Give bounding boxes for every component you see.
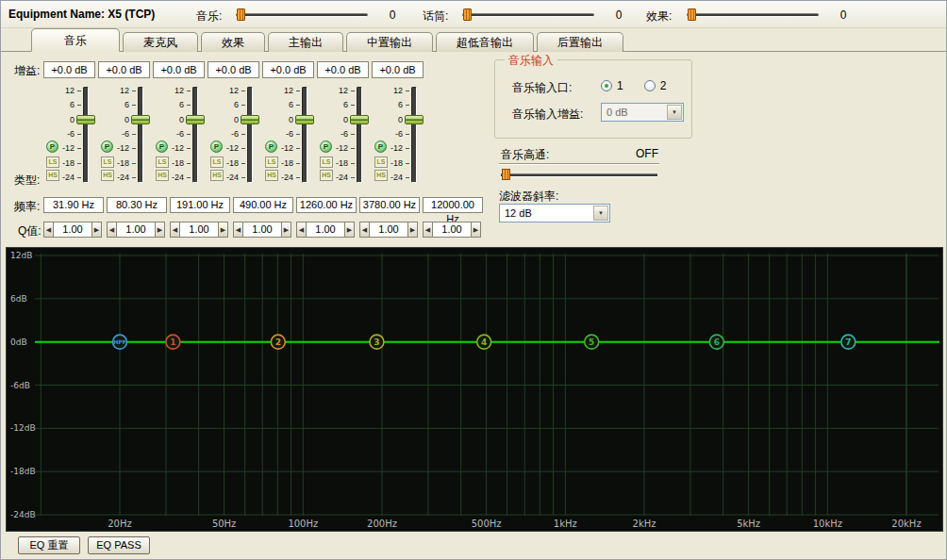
channel-slider-3: 1260-6-12-18-24PLSHS xyxy=(153,84,208,193)
eq-band-4[interactable]: 4 xyxy=(477,335,491,349)
eq-pass-button[interactable]: EQ PASS xyxy=(88,536,150,554)
p-filter-button[interactable]: P xyxy=(265,140,277,153)
q-increase-button[interactable]: ▶ xyxy=(407,222,418,238)
q-decrease-button[interactable]: ◀ xyxy=(170,222,180,238)
dropdown-arrow-icon[interactable]: ▼ xyxy=(667,105,682,120)
p-filter-button[interactable]: P xyxy=(46,140,58,153)
q-increase-button[interactable]: ▶ xyxy=(91,222,102,238)
tab-main-output[interactable]: 主输出 xyxy=(268,32,343,52)
eq-band-HPF[interactable]: HPF xyxy=(113,335,127,349)
tab-music[interactable]: 音乐 xyxy=(31,28,120,52)
top-slider-handle-mic[interactable] xyxy=(463,8,472,21)
hs-filter-button[interactable]: HS xyxy=(320,170,333,181)
eq-band-3[interactable]: 3 xyxy=(370,335,384,349)
eq-band-7[interactable]: 7 xyxy=(841,335,856,349)
tab-microphone[interactable]: 麦克风 xyxy=(123,32,198,52)
slider-handle[interactable] xyxy=(131,115,150,124)
p-filter-button[interactable]: P xyxy=(210,140,223,153)
hs-filter-button[interactable]: HS xyxy=(156,170,169,181)
hs-filter-button[interactable]: HS xyxy=(101,170,114,181)
slider-scale-label: 12 xyxy=(372,86,403,95)
highpass-slider[interactable] xyxy=(501,173,657,177)
eq-graph[interactable]: 12dB6dB0dB-6dB-12dB-18dB-24dB20Hz50Hz100… xyxy=(6,247,943,532)
slider-track[interactable] xyxy=(302,87,307,183)
q-increase-button[interactable]: ▶ xyxy=(281,222,291,238)
highpass-slider-handle[interactable] xyxy=(502,169,510,180)
slider-tick xyxy=(77,163,81,164)
q-decrease-button[interactable]: ◀ xyxy=(296,222,307,238)
slider-tick xyxy=(406,91,409,91)
filter-slope-select[interactable]: 12 dB ▼ xyxy=(499,204,610,222)
input-port-option-2[interactable]: 2 xyxy=(644,79,667,92)
slider-handle[interactable] xyxy=(76,115,95,124)
slider-track[interactable] xyxy=(247,87,253,183)
ls-filter-button[interactable]: LS xyxy=(265,156,278,168)
top-slider-handle-music[interactable] xyxy=(237,8,245,21)
p-filter-button[interactable]: P xyxy=(320,140,332,153)
p-filter-button[interactable]: P xyxy=(156,140,168,153)
slider-track[interactable] xyxy=(83,87,89,183)
slider-track[interactable] xyxy=(192,87,198,183)
hs-filter-button[interactable]: HS xyxy=(46,170,59,181)
slider-tick xyxy=(132,105,136,106)
q-increase-button[interactable]: ▶ xyxy=(344,222,355,238)
ls-filter-button[interactable]: LS xyxy=(210,156,224,168)
type-row-label: 类型: xyxy=(14,173,40,189)
top-slider-handle-effect[interactable] xyxy=(688,8,696,21)
eq-band-label: 5 xyxy=(589,338,594,347)
q-decrease-button[interactable]: ◀ xyxy=(423,222,433,238)
top-slider-mic[interactable] xyxy=(462,13,594,17)
hs-filter-button[interactable]: HS xyxy=(374,170,388,181)
slider-track[interactable] xyxy=(411,87,417,183)
p-filter-button[interactable]: P xyxy=(101,140,113,153)
slider-tick xyxy=(132,134,136,135)
ls-filter-button[interactable]: LS xyxy=(46,156,59,168)
y-axis-label: -12dB xyxy=(10,423,36,433)
q-decrease-button[interactable]: ◀ xyxy=(233,222,243,238)
slider-handle[interactable] xyxy=(241,115,259,124)
q-decrease-button[interactable]: ◀ xyxy=(359,222,370,238)
q-increase-button[interactable]: ▶ xyxy=(218,222,228,238)
eq-band-1[interactable]: 1 xyxy=(166,335,180,349)
slider-handle[interactable] xyxy=(405,115,424,124)
slider-track[interactable] xyxy=(357,87,362,183)
top-slider-effect[interactable] xyxy=(687,13,819,17)
hs-filter-button[interactable]: HS xyxy=(265,170,278,181)
slider-track[interactable] xyxy=(138,87,143,183)
radio-icon[interactable] xyxy=(601,80,612,91)
ls-filter-button[interactable]: LS xyxy=(320,156,333,168)
hs-filter-button[interactable]: HS xyxy=(210,170,224,181)
q-decrease-button[interactable]: ◀ xyxy=(107,222,117,238)
ls-filter-button[interactable]: LS xyxy=(374,156,388,168)
slider-handle[interactable] xyxy=(295,115,314,124)
slider-handle[interactable] xyxy=(350,115,369,124)
p-filter-button[interactable]: P xyxy=(374,140,387,153)
radio-icon[interactable] xyxy=(644,80,656,91)
slider-handle[interactable] xyxy=(186,115,205,124)
slider-scale-label: 6 xyxy=(43,100,75,109)
eq-graph-canvas[interactable]: 12dB6dB0dB-6dB-12dB-18dB-24dB20Hz50Hz100… xyxy=(7,248,942,531)
eq-reset-button[interactable]: EQ 重置 xyxy=(18,536,80,554)
ls-filter-button[interactable]: LS xyxy=(101,156,114,168)
tab-center-output[interactable]: 中置输出 xyxy=(346,32,433,52)
q-increase-button[interactable]: ▶ xyxy=(471,222,481,238)
slider-scale-label: 0 xyxy=(317,115,348,124)
q-increase-button[interactable]: ▶ xyxy=(155,222,165,238)
eq-band-5[interactable]: 5 xyxy=(585,335,599,349)
ls-filter-button[interactable]: LS xyxy=(156,156,169,168)
top-slider-music[interactable] xyxy=(236,13,368,17)
tab-effect[interactable]: 效果 xyxy=(201,32,265,52)
tab-rear-output[interactable]: 后置输出 xyxy=(537,32,623,52)
music-input-gain-select[interactable]: 0 dB ▼ xyxy=(601,103,684,122)
eq-band-6[interactable]: 6 xyxy=(709,335,723,349)
tab-subwoofer-output[interactable]: 超低音输出 xyxy=(436,32,534,52)
dropdown-arrow-icon[interactable]: ▼ xyxy=(593,206,608,221)
freq-row-label: 频率: xyxy=(14,199,40,215)
gain-display-3: +0.0 dB xyxy=(153,61,205,78)
input-port-option-1[interactable]: 1 xyxy=(601,79,623,92)
music-input-group: 音乐输入 音乐输入口: 12 音乐输入增益: 0 dB ▼ xyxy=(494,59,692,139)
eq-band-2[interactable]: 2 xyxy=(271,335,285,349)
frequency-display-2: 80.30 Hz xyxy=(107,197,167,213)
q-decrease-button[interactable]: ◀ xyxy=(43,222,54,238)
slider-tick xyxy=(296,134,300,135)
